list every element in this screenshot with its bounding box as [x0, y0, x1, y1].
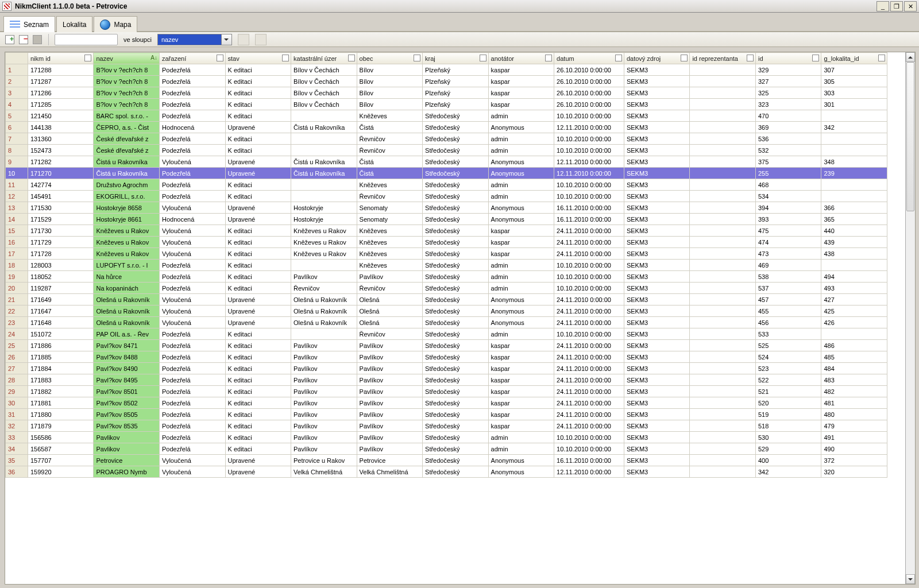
cell[interactable]: Středočeský [423, 432, 489, 443]
cell[interactable]: Upravené [225, 168, 291, 179]
cell[interactable]: 24.11.2010 0:00:00 [554, 248, 624, 260]
cell[interactable]: 239 [821, 168, 887, 179]
cell[interactable]: Upravené [225, 305, 291, 317]
cell[interactable]: Středočeský [423, 363, 489, 374]
cell[interactable]: kaspar [488, 87, 554, 99]
cell[interactable]: Podezřelá [160, 110, 226, 122]
row-number[interactable]: 20 [6, 283, 28, 294]
cell[interactable]: Hodnocená [160, 214, 226, 225]
col-g-lokalita-id[interactable]: g_lokalita_id [821, 53, 887, 64]
cell-nazev[interactable]: České dřevařské z [94, 145, 160, 156]
cell[interactable]: Podezřelá [160, 133, 226, 145]
cell[interactable] [291, 260, 357, 271]
cell[interactable]: kaspar [488, 420, 554, 432]
cell[interactable]: 303 [821, 87, 887, 99]
cell[interactable]: 529 [755, 443, 821, 455]
filter-button-2[interactable] [255, 34, 267, 45]
cell[interactable]: K editaci [225, 248, 291, 260]
cell[interactable]: Kněževes [357, 237, 423, 248]
cell[interactable]: Anonymous [488, 294, 554, 305]
vertical-scrollbar[interactable] [905, 52, 915, 584]
cell[interactable]: Bílov [357, 64, 423, 76]
filter-checkbox[interactable] [84, 55, 91, 61]
cell[interactable]: 24.11.2010 0:00:00 [554, 363, 624, 374]
cell[interactable]: 490 [821, 443, 887, 455]
cell[interactable]: K editaci [225, 99, 291, 110]
table-row[interactable]: 10171270Čistá u RakovníkaPodezřeláUprave… [6, 168, 887, 179]
cell[interactable]: Podezřelá [160, 64, 226, 76]
cell[interactable]: Anonymous [488, 305, 554, 317]
cell[interactable]: Olešná [357, 305, 423, 317]
cell[interactable]: Upravené [225, 466, 291, 478]
cell[interactable] [690, 271, 756, 283]
cell[interactable]: 10.10.2010 0:00:00 [554, 179, 624, 191]
table-row[interactable]: 7131360České dřevařské zPodezřeláK edita… [6, 133, 887, 145]
cell[interactable]: 16.11.2010 0:00:00 [554, 455, 624, 466]
cell[interactable]: 24.11.2010 0:00:00 [554, 317, 624, 328]
cell-nazev[interactable]: Hostokryje 8658 [94, 202, 160, 214]
cell[interactable]: 171270 [28, 168, 94, 179]
cell[interactable]: 24.11.2010 0:00:00 [554, 420, 624, 432]
cell[interactable]: 171881 [28, 397, 94, 409]
cell[interactable]: Podezřelá [160, 260, 226, 271]
cell[interactable]: Podezřelá [160, 168, 226, 179]
cell[interactable]: Olešná u Rakovník [291, 294, 357, 305]
cell[interactable]: Pavlíkov [357, 443, 423, 455]
cell[interactable]: Pavlíkov [291, 420, 357, 432]
cell[interactable] [690, 156, 756, 168]
cell[interactable]: K editaci [225, 283, 291, 294]
col-obec[interactable]: obec [357, 53, 423, 64]
cell-nazev[interactable]: Pavlikov [94, 443, 160, 455]
cell[interactable]: Upravené [225, 202, 291, 214]
cell[interactable]: Středočeský [423, 110, 489, 122]
cell[interactable]: 484 [821, 363, 887, 374]
cell[interactable]: 325 [755, 87, 821, 99]
row-number[interactable]: 11 [6, 179, 28, 191]
row-number[interactable]: 27 [6, 363, 28, 374]
cell[interactable]: 537 [755, 283, 821, 294]
table-row[interactable]: 17171728Kněževes u RakovVyloučenáK edita… [6, 248, 887, 260]
cell[interactable]: admin [488, 110, 554, 122]
cell[interactable]: 145491 [28, 191, 94, 202]
cell[interactable]: 532 [755, 145, 821, 156]
cell[interactable]: K editaci [225, 76, 291, 87]
cell-nazev[interactable]: Pavl?kov 8535 [94, 420, 160, 432]
col-katastr[interactable]: katastrální úzer [291, 53, 357, 64]
cell[interactable]: Čistá [357, 122, 423, 133]
table-row[interactable]: 6144138ČEPRO, a.s. - ČistHodnocenáUprave… [6, 122, 887, 133]
cell[interactable]: 171886 [28, 340, 94, 351]
col-id-reprezentanta[interactable]: id reprezentanta [690, 53, 756, 64]
cell[interactable]: kaspar [488, 409, 554, 420]
cell[interactable]: Pavlíkov [357, 386, 423, 397]
cell[interactable]: Upravené [225, 294, 291, 305]
cell[interactable]: Středočeský [423, 351, 489, 363]
row-number[interactable]: 24 [6, 328, 28, 340]
table-row[interactable]: 1171288B?lov v ?ech?ch 8PodezřeláK edita… [6, 64, 887, 76]
cell-nazev[interactable]: Čistá u Rakovníka [94, 156, 160, 168]
cell[interactable]: 24.11.2010 0:00:00 [554, 225, 624, 237]
row-number[interactable]: 17 [6, 248, 28, 260]
cell[interactable]: 439 [821, 237, 887, 248]
table-row[interactable]: 22171647Olešná u RakovníkVyloučenáUprave… [6, 305, 887, 317]
cell[interactable]: SEKM3 [624, 225, 690, 237]
cell[interactable] [690, 99, 756, 110]
cell[interactable]: SEKM3 [624, 363, 690, 374]
cell[interactable]: K editaci [225, 260, 291, 271]
cell[interactable]: 426 [821, 317, 887, 328]
cell[interactable]: Pavlíkov [291, 386, 357, 397]
cell[interactable]: Upravené [225, 214, 291, 225]
cell[interactable]: 307 [821, 64, 887, 76]
cell[interactable]: kaspar [488, 248, 554, 260]
cell[interactable]: Středočeský [423, 466, 489, 478]
cell[interactable]: kaspar [488, 340, 554, 351]
cell[interactable]: 494 [821, 271, 887, 283]
filter-checkbox[interactable] [480, 55, 486, 61]
filter-checkbox[interactable] [414, 55, 420, 61]
cell[interactable]: SEKM3 [624, 409, 690, 420]
cell[interactable]: 329 [755, 64, 821, 76]
col-anotator[interactable]: anotátor [488, 53, 554, 64]
cell[interactable]: Pavlíkov [357, 420, 423, 432]
cell[interactable]: 456 [755, 317, 821, 328]
cell[interactable]: Hostokryje [291, 202, 357, 214]
cell[interactable]: Středočeský [423, 409, 489, 420]
